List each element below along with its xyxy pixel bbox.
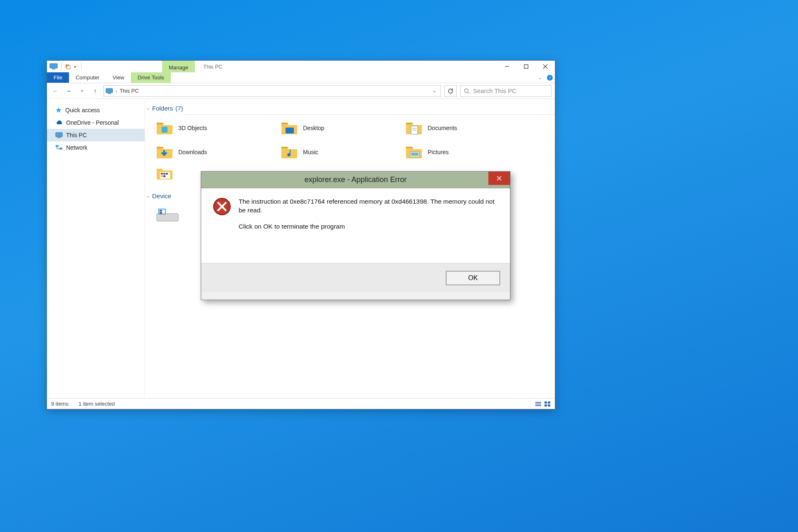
group-header-folders[interactable]: ⌵ Folders (7): [145, 102, 555, 114]
search-box[interactable]: Search This PC: [460, 85, 552, 97]
folder-label: Downloads: [178, 149, 207, 155]
forward-button[interactable]: →: [64, 86, 74, 96]
search-icon: [464, 88, 470, 94]
sidebar-item-quick-access[interactable]: Quick access: [47, 104, 145, 116]
group-label: Folders: [152, 105, 173, 112]
chevron-down-icon[interactable]: ▾: [72, 64, 78, 69]
tab-view[interactable]: View: [106, 72, 131, 83]
sidebar-item-onedrive[interactable]: OneDrive - Personal: [47, 116, 145, 129]
group-count: (7): [175, 105, 183, 112]
svg-rect-31: [163, 173, 165, 175]
address-dropdown-chevron-icon[interactable]: ⌄: [433, 88, 439, 94]
navigation-bar: ← → ▾ ↑ › This PC ⌄ Search This PC: [47, 83, 555, 99]
details-view-icon[interactable]: [535, 401, 542, 407]
recent-locations-chevron-icon[interactable]: ▾: [77, 86, 87, 96]
svg-rect-15: [56, 133, 62, 137]
ribbon-collapse-chevron-icon[interactable]: ⌄: [535, 72, 545, 83]
breadcrumb-this-pc[interactable]: This PC: [120, 88, 139, 94]
dialog-message: The instruction at 0xe8c71764 referenced…: [239, 197, 498, 259]
folder-downloads[interactable]: Downloads: [156, 143, 272, 161]
breadcrumb-separator-icon: ›: [116, 89, 117, 94]
tab-computer[interactable]: Computer: [69, 72, 106, 83]
svg-rect-1: [52, 69, 55, 69]
close-button[interactable]: [536, 61, 555, 72]
svg-rect-21: [162, 127, 167, 133]
window-title: This PC: [203, 64, 222, 70]
search-placeholder: Search This PC: [473, 87, 517, 94]
dialog-close-button[interactable]: [488, 172, 510, 185]
error-icon: [213, 197, 231, 259]
svg-rect-33: [161, 175, 163, 177]
folder-3d-objects[interactable]: 3D Objects: [156, 119, 272, 137]
svg-rect-35: [157, 214, 178, 221]
address-bar[interactable]: › This PC ⌄: [103, 85, 441, 97]
status-item-count: 9 items: [51, 401, 69, 407]
svg-rect-40: [535, 402, 541, 403]
tab-file[interactable]: File: [47, 72, 69, 83]
svg-rect-43: [544, 401, 547, 404]
sidebar-item-this-pc[interactable]: This PC: [47, 129, 145, 141]
dialog-message-line1: The instruction at 0xe8c71764 referenced…: [239, 197, 498, 215]
svg-rect-38: [160, 210, 162, 212]
dialog-body: The instruction at 0xe8c71764 referenced…: [201, 188, 510, 263]
svg-rect-44: [548, 401, 550, 404]
help-icon[interactable]: ?: [545, 72, 555, 83]
svg-rect-28: [411, 155, 419, 157]
svg-rect-34: [163, 175, 165, 177]
back-button[interactable]: ←: [50, 86, 60, 96]
refresh-button[interactable]: [444, 85, 457, 97]
folder-label: 3D Objects: [178, 125, 207, 131]
folder-pictures[interactable]: Pictures: [405, 143, 522, 161]
folder-desktop[interactable]: Desktop: [281, 119, 397, 137]
svg-rect-46: [548, 404, 550, 406]
svg-rect-27: [411, 153, 419, 155]
folders-grid: 3D Objects Desktop Documents Downloads M…: [145, 115, 555, 165]
contextual-tab-header: Manage: [162, 61, 195, 72]
folder-icon: [281, 144, 298, 160]
sidebar-item-label: Network: [66, 144, 87, 151]
svg-rect-39: [160, 212, 162, 214]
svg-rect-5: [525, 65, 528, 69]
cloud-icon: [55, 120, 63, 126]
svg-rect-30: [161, 173, 163, 175]
tab-drive-tools[interactable]: Drive Tools: [131, 72, 171, 83]
minimize-button[interactable]: [498, 61, 517, 72]
sidebar-item-label: This PC: [66, 132, 87, 138]
folder-label: Documents: [428, 125, 457, 131]
error-dialog: explorer.exe - Application Error The ins…: [201, 171, 510, 300]
svg-rect-11: [108, 93, 111, 94]
svg-rect-16: [57, 137, 61, 138]
folder-label: Pictures: [428, 149, 449, 155]
drive-icon: [156, 206, 179, 223]
maximize-button[interactable]: [517, 61, 536, 72]
svg-rect-10: [106, 89, 113, 93]
svg-rect-3: [67, 66, 70, 69]
chevron-down-icon: ⌵: [147, 106, 150, 111]
folder-icon: [156, 165, 173, 181]
svg-line-13: [468, 92, 469, 94]
chevron-down-icon: ⌵: [147, 193, 150, 199]
separator: [81, 63, 81, 70]
this-pc-icon: [55, 132, 63, 138]
ok-button[interactable]: OK: [446, 271, 500, 285]
dialog-titlebar[interactable]: explorer.exe - Application Error: [201, 172, 510, 188]
network-icon: [55, 145, 63, 150]
dialog-message-line2: Click on OK to terminate the program: [239, 222, 498, 231]
quick-access-dropdown[interactable]: [65, 64, 71, 69]
folder-label: Desktop: [303, 125, 324, 131]
ribbon: File Computer View Drive Tools ⌄ ?: [47, 72, 555, 83]
svg-marker-14: [56, 107, 62, 113]
navigation-pane: Quick access OneDrive - Personal This PC…: [47, 99, 145, 398]
svg-rect-42: [535, 405, 541, 406]
svg-rect-0: [50, 64, 57, 68]
folder-icon: [281, 120, 298, 136]
svg-rect-22: [286, 128, 294, 133]
sidebar-item-network[interactable]: Network: [47, 141, 145, 154]
folder-documents[interactable]: Documents: [405, 119, 522, 137]
sidebar-item-label: OneDrive - Personal: [66, 119, 119, 126]
status-selection-count: 1 item selected: [79, 401, 115, 407]
up-button[interactable]: ↑: [90, 86, 100, 96]
svg-rect-45: [544, 404, 547, 406]
folder-music[interactable]: Music: [281, 143, 397, 161]
large-icons-view-icon[interactable]: [544, 401, 551, 407]
